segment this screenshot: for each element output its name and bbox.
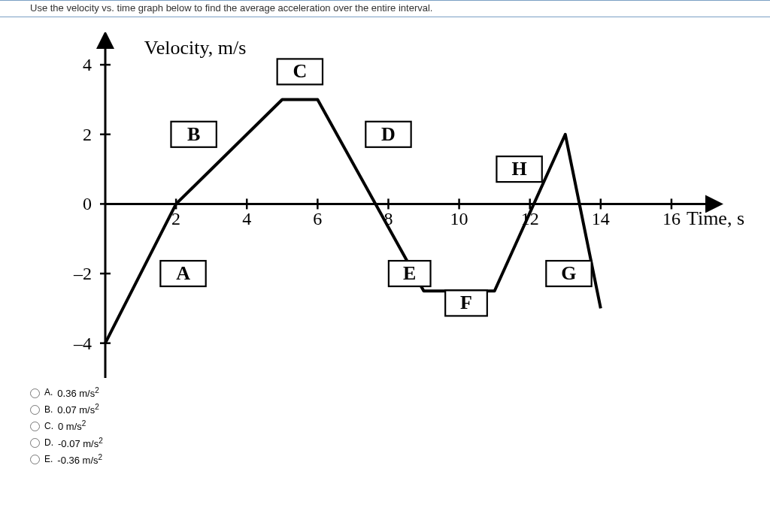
answer-option[interactable]: E.-0.36 m/s2: [30, 452, 770, 467]
answer-option[interactable]: D.-0.07 m/s2: [30, 436, 770, 451]
segment-label: B: [187, 123, 200, 145]
answer-radio[interactable]: [30, 388, 40, 398]
answer-option[interactable]: C.0 m/s2: [30, 419, 770, 434]
y-tick-label: 4: [83, 55, 92, 74]
answer-radio[interactable]: [30, 455, 40, 464]
option-letter: C.: [44, 421, 53, 433]
option-exponent: 2: [99, 437, 103, 445]
y-tick-label: –2: [73, 264, 92, 283]
segment-label: H: [511, 158, 526, 180]
answer-radio[interactable]: [30, 422, 40, 431]
segment-label: F: [460, 292, 472, 313]
chart-svg: 246810121416–4–2024Velocity, m/sTime, sA…: [53, 32, 744, 385]
x-tick-label: 14: [592, 209, 610, 228]
option-exponent: 2: [95, 386, 99, 394]
answer-radio[interactable]: [30, 438, 40, 448]
x-tick-label: 6: [313, 209, 322, 228]
y-tick-label: 0: [83, 194, 92, 213]
y-tick-label: –4: [73, 334, 92, 353]
option-text: 0.36 m/s2: [57, 385, 99, 401]
answer-radio[interactable]: [30, 405, 40, 415]
y-tick-label: 2: [83, 125, 92, 144]
x-tick-label: 4: [242, 209, 251, 228]
question-text: Use the velocity vs. time graph below to…: [0, 0, 770, 17]
x-tick-label: 10: [450, 209, 468, 228]
answer-option[interactable]: B.0.07 m/s2: [30, 402, 770, 417]
x-tick-label: 16: [662, 209, 681, 228]
segment-label: D: [381, 123, 396, 145]
option-text: -0.36 m/s2: [57, 452, 102, 467]
velocity-time-chart: 246810121416–4–2024Velocity, m/sTime, sA…: [0, 17, 770, 378]
segment-label: E: [403, 262, 416, 284]
segment-label: C: [293, 60, 307, 82]
answer-options: A.0.36 m/s2B.0.07 m/s2C.0 m/s2D.-0.07 m/…: [0, 378, 770, 467]
option-exponent: 2: [99, 453, 103, 461]
option-text: 0.07 m/s2: [57, 402, 99, 417]
segment-label: A: [176, 262, 190, 284]
x-axis-title: Time, s: [687, 207, 744, 229]
segment-label: G: [561, 262, 576, 284]
option-text: 0 m/s2: [58, 419, 86, 434]
option-exponent: 2: [95, 403, 99, 411]
y-axis-title: Velocity, m/s: [144, 37, 247, 59]
answer-option[interactable]: A.0.36 m/s2: [30, 385, 770, 401]
option-letter: D.: [44, 437, 53, 449]
option-exponent: 2: [82, 419, 86, 428]
option-letter: A.: [44, 387, 53, 399]
option-letter: E.: [44, 454, 53, 466]
option-text: -0.07 m/s2: [58, 436, 103, 451]
option-letter: B.: [44, 404, 53, 416]
